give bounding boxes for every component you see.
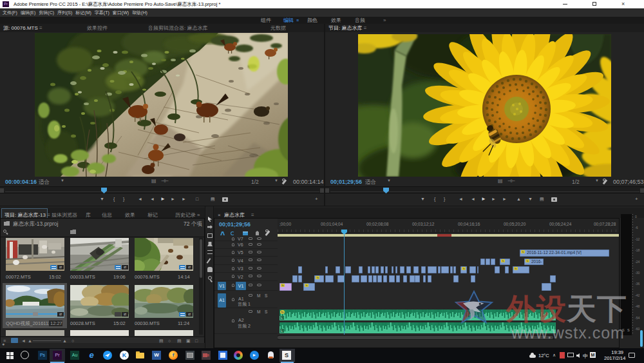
svg-text:L: L	[281, 329, 283, 333]
svg-text:fx: fx	[281, 310, 284, 314]
svg-text:L: L	[281, 316, 283, 320]
